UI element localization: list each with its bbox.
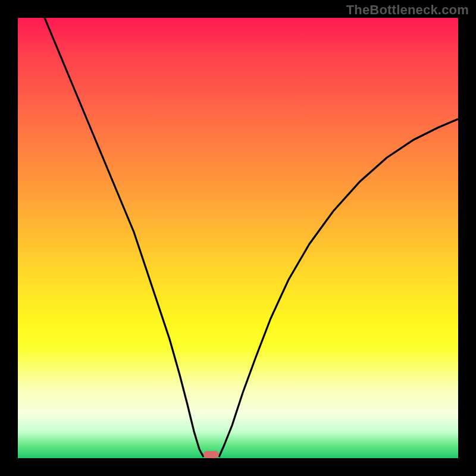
left-curve bbox=[45, 18, 203, 457]
chart-stage: TheBottleneck.com bbox=[0, 0, 476, 476]
plot-area bbox=[18, 18, 458, 458]
right-curve bbox=[219, 119, 458, 457]
min-marker bbox=[203, 451, 219, 458]
curves-svg bbox=[18, 18, 458, 458]
watermark-text: TheBottleneck.com bbox=[346, 2, 469, 18]
